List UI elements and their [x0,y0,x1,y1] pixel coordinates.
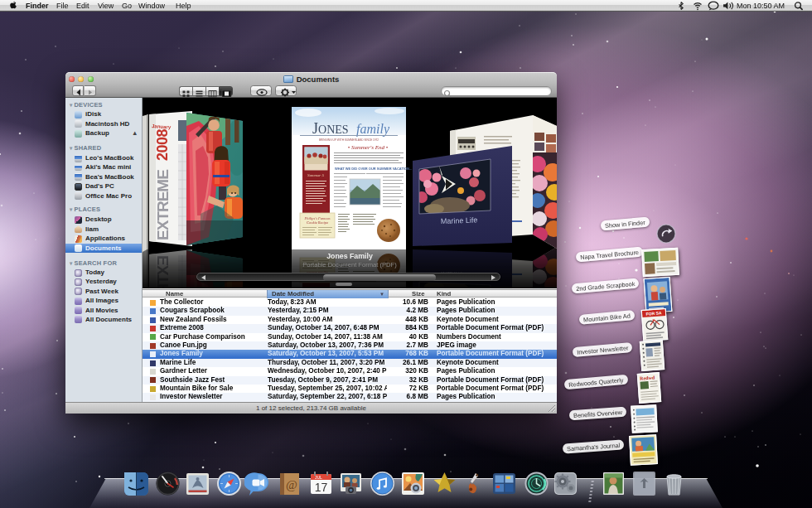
svg-text:JUL: JUL [315,475,322,480]
svg-text:17: 17 [314,481,327,494]
svg-text:Summer 5: Summer 5 [307,173,325,177]
svg-text:EXTREME: EXTREME [154,170,172,240]
svg-text:family: family [356,122,390,137]
svg-text:WHAT WE DID OVER OUR SUMMER VA: WHAT WE DID OVER OUR SUMMER VACATION... [335,167,412,171]
svg-text:2008: 2008 [154,128,171,161]
svg-text:• Summer's End •: • Summer's End • [348,144,389,151]
svg-text:Cookie Recipe: Cookie Recipe [307,220,328,225]
svg-text:@: @ [286,478,297,491]
svg-text:Marine Life: Marine Life [441,215,478,225]
svg-text:BRINGING UP WITH SUMMERLAND SI: BRINGING UP WITH SUMMERLAND SINCE 1972 [319,138,379,142]
